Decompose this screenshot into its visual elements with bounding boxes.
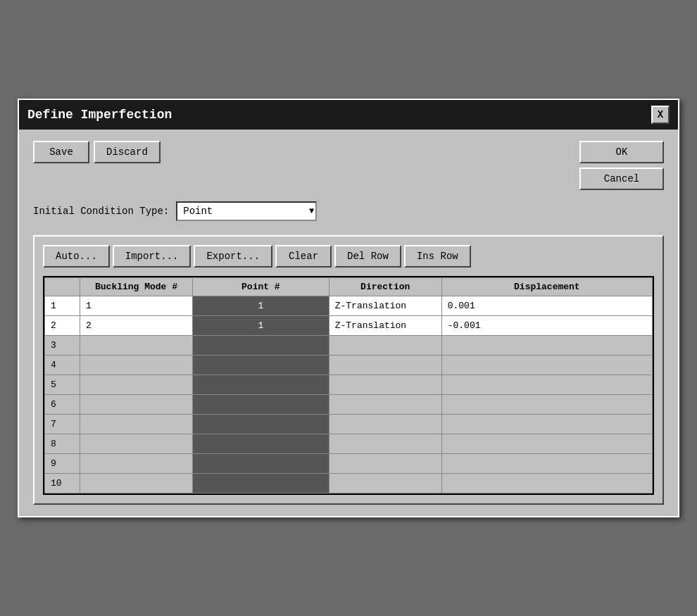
table-row[interactable]: 1 1 1 Z-Translation 0.001 [45, 296, 653, 316]
condition-type-row: Initial Condition Type: Point Line Surfa… [33, 201, 664, 221]
table-toolbar: Auto... Import... Export... Clear Del Ro… [43, 245, 654, 268]
col-header-rownum [45, 278, 80, 296]
cell-displacement[interactable]: -0.001 [441, 316, 652, 336]
cell-row-num: 2 [45, 316, 80, 336]
cell-point-num[interactable] [193, 375, 329, 395]
col-header-point-num: Point # [193, 278, 329, 296]
cell-buckling-mode[interactable]: 1 [80, 296, 193, 316]
cell-direction[interactable] [329, 454, 441, 474]
table-row[interactable]: 5 [45, 375, 653, 395]
cell-direction[interactable] [329, 395, 441, 415]
cell-buckling-mode[interactable] [80, 336, 193, 356]
cell-point-num[interactable]: 1 [193, 296, 329, 316]
cell-displacement[interactable] [441, 336, 652, 356]
table-row[interactable]: 9 [45, 454, 653, 474]
cell-displacement[interactable]: 0.001 [441, 296, 652, 316]
cell-row-num: 10 [45, 474, 80, 494]
ins-row-button[interactable]: Ins Row [404, 245, 471, 268]
cell-displacement[interactable] [441, 415, 652, 434]
cell-point-num[interactable] [193, 454, 329, 474]
cell-buckling-mode[interactable] [80, 454, 193, 474]
cell-buckling-mode[interactable] [80, 375, 193, 395]
col-header-direction: Direction [329, 278, 441, 296]
cell-displacement[interactable] [441, 454, 652, 474]
table-row[interactable]: 7 [45, 415, 653, 434]
cell-row-num: 9 [45, 454, 80, 474]
data-table-wrapper: Buckling Mode # Point # Direction Displa… [43, 276, 654, 495]
left-action-buttons: Save Discard [33, 141, 161, 163]
table-row[interactable]: 10 [45, 474, 653, 494]
cell-direction[interactable] [329, 415, 441, 434]
right-action-buttons: OK Cancel [579, 141, 664, 190]
cell-row-num: 4 [45, 356, 80, 375]
condition-type-label: Initial Condition Type: [33, 206, 169, 217]
table-row[interactable]: 3 [45, 336, 653, 356]
export-button[interactable]: Export... [194, 245, 272, 268]
condition-type-select[interactable]: Point Line Surface [176, 201, 317, 221]
cell-displacement[interactable] [441, 356, 652, 375]
cell-buckling-mode[interactable] [80, 434, 193, 454]
cell-point-num[interactable] [193, 415, 329, 434]
cell-direction[interactable] [329, 356, 441, 375]
cancel-button[interactable]: Cancel [579, 168, 664, 190]
col-header-displacement: Displacement [441, 278, 652, 296]
auto-button[interactable]: Auto... [43, 245, 110, 268]
cell-displacement[interactable] [441, 474, 652, 494]
cell-displacement[interactable] [441, 395, 652, 415]
cell-point-num[interactable] [193, 474, 329, 494]
dialog-body: Save Discard OK Cancel Initial Condition… [19, 130, 678, 516]
ok-button[interactable]: OK [579, 141, 664, 163]
cell-buckling-mode[interactable]: 2 [80, 316, 193, 336]
cell-displacement[interactable] [441, 434, 652, 454]
cell-buckling-mode[interactable] [80, 356, 193, 375]
title-bar: Define Imperfection X [19, 100, 678, 130]
cell-direction[interactable] [329, 375, 441, 395]
cell-row-num: 8 [45, 434, 80, 454]
cell-row-num: 7 [45, 415, 80, 434]
cell-point-num[interactable] [193, 356, 329, 375]
table-section: Auto... Import... Export... Clear Del Ro… [33, 235, 664, 505]
cell-row-num: 1 [45, 296, 80, 316]
cell-point-num[interactable] [193, 395, 329, 415]
data-table: Buckling Mode # Point # Direction Displa… [44, 277, 653, 494]
table-row[interactable]: 2 2 1 Z-Translation -0.001 [45, 316, 653, 336]
col-header-buckling-mode: Buckling Mode # [80, 278, 193, 296]
discard-button[interactable]: Discard [94, 141, 161, 163]
cell-direction[interactable] [329, 336, 441, 356]
del-row-button[interactable]: Del Row [334, 245, 401, 268]
table-row[interactable]: 4 [45, 356, 653, 375]
cell-displacement[interactable] [441, 375, 652, 395]
dialog-title: Define Imperfection [27, 108, 172, 122]
table-row[interactable]: 8 [45, 434, 653, 454]
cell-buckling-mode[interactable] [80, 395, 193, 415]
table-row[interactable]: 6 [45, 395, 653, 415]
cell-row-num: 5 [45, 375, 80, 395]
cell-buckling-mode[interactable] [80, 474, 193, 494]
close-button[interactable]: X [651, 106, 670, 124]
cell-row-num: 3 [45, 336, 80, 356]
cell-point-num[interactable]: 1 [193, 316, 329, 336]
clear-button[interactable]: Clear [275, 245, 332, 268]
save-button[interactable]: Save [33, 141, 89, 163]
cell-direction[interactable]: Z-Translation [329, 296, 441, 316]
cell-point-num[interactable] [193, 336, 329, 356]
top-buttons-row: Save Discard OK Cancel [33, 141, 664, 190]
cell-direction[interactable] [329, 434, 441, 454]
define-imperfection-dialog: Define Imperfection X Save Discard OK Ca… [18, 99, 679, 517]
condition-select-wrapper: Point Line Surface ▼ [176, 201, 317, 221]
import-button[interactable]: Import... [113, 245, 191, 268]
cell-direction[interactable] [329, 474, 441, 494]
table-header-row: Buckling Mode # Point # Direction Displa… [45, 278, 653, 296]
cell-direction[interactable]: Z-Translation [329, 316, 441, 336]
cell-point-num[interactable] [193, 434, 329, 454]
cell-buckling-mode[interactable] [80, 415, 193, 434]
cell-row-num: 6 [45, 395, 80, 415]
